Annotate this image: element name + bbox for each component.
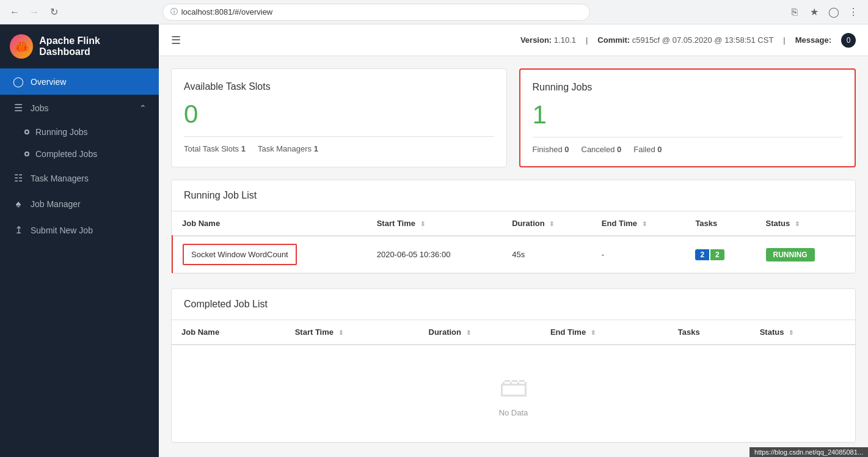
sidebar-jobs-label: Jobs (31, 103, 49, 113)
app-layout: 🦀 Apache Flink Dashboard ◯ Overview ☰ Jo… (0, 24, 868, 457)
failed-info: Failed 0 (633, 145, 662, 154)
sidebar: 🦀 Apache Flink Dashboard ◯ Overview ☰ Jo… (0, 24, 159, 457)
running-job-header-row: Job Name Start Time ⇕ Duration ⇕ (172, 211, 855, 236)
menu-button[interactable]: ⋮ (846, 5, 861, 20)
topbar: ☰ Version: 1.10.1 | Commit: c5915cf @ 07… (159, 24, 868, 56)
table-row[interactable]: Socket Window WordCount 2020-06-05 10:36… (172, 236, 855, 273)
col-ctasks-label: Tasks (678, 327, 700, 337)
total-task-slots-value: 1 (241, 144, 246, 153)
running-jobs-footer: Finished 0 Canceled 0 Failed 0 (533, 145, 843, 154)
running-job-table-wrapper: Job Name Start Time ⇕ Duration ⇕ (172, 211, 855, 273)
running-jobs-title: Running Jobs (533, 82, 843, 93)
profile-button[interactable]: ◯ (826, 5, 841, 20)
col-cstatus-label: Status (760, 327, 784, 337)
status-bar-url: https://blog.csdn.net/qq_24085081... (754, 448, 863, 456)
topbar-info: Version: 1.10.1 | Commit: c5915cf @ 07.0… (520, 33, 856, 48)
submit-icon: ↥ (12, 224, 24, 236)
task-slots-card: Available Task Slots 0 Total Task Slots … (171, 68, 507, 167)
task-slots-divider (184, 136, 494, 137)
finished-value: 0 (564, 145, 569, 154)
menu-icon[interactable]: ☰ (171, 34, 181, 47)
sidebar-item-completed-jobs[interactable]: Completed Jobs (0, 143, 159, 165)
cstart-time-sort-icon: ⇕ (338, 329, 343, 336)
failed-label: Failed (633, 145, 655, 154)
cast-button[interactable]: ⎘ (787, 5, 802, 20)
job-manager-label: Job Manager (31, 199, 81, 209)
job-manager-icon: ♠ (12, 199, 24, 210)
col-cjob-name-label: Job Name (181, 327, 219, 337)
sidebar-header: 🦀 Apache Flink Dashboard (0, 24, 159, 68)
app-logo: 🦀 (10, 34, 33, 59)
col-cstart-time-label: Start Time (295, 327, 334, 337)
topbar-divider1: | (586, 35, 588, 45)
running-jobs-card: Running Jobs 1 Finished 0 Canceled 0 (519, 68, 856, 167)
running-dot-icon (24, 130, 29, 134)
task-managers-label: Task Managers (31, 174, 89, 183)
task-slots-value: 0 (184, 100, 494, 129)
sidebar-item-running-jobs[interactable]: Running Jobs (0, 121, 159, 143)
completed-job-tbody: 🗃 No Data (172, 345, 855, 442)
col-job-name: Job Name (172, 211, 367, 236)
no-data-label: No Data (499, 408, 528, 417)
cduration-sort-icon: ⇕ (466, 329, 471, 336)
message-badge: 0 (841, 33, 856, 48)
finished-info: Finished 0 (533, 145, 569, 154)
sidebar-item-task-managers[interactable]: ☷ Task Managers (0, 165, 159, 191)
col-cstart-time[interactable]: Start Time ⇕ (285, 320, 419, 345)
overview-icon: ◯ (12, 76, 24, 87)
canceled-label: Canceled (582, 145, 615, 154)
topbar-divider2: | (783, 35, 785, 45)
no-data-icon: 🗃 (196, 370, 831, 403)
failed-value: 0 (657, 145, 662, 154)
col-cstatus[interactable]: Status ⇕ (750, 320, 855, 345)
sidebar-item-job-manager[interactable]: ♠ Job Manager (0, 191, 159, 217)
job-name-value: Socket Window WordCount (183, 244, 297, 265)
forward-button[interactable]: → (27, 5, 42, 20)
running-job-list-section: Running Job List Job Name Start Time (171, 180, 856, 274)
running-job-list-title: Running Job List (184, 190, 257, 200)
cend-time-sort-icon: ⇕ (591, 329, 596, 336)
task-managers-info: Task Managers 1 (258, 144, 318, 153)
no-data-cell: 🗃 No Data (172, 345, 855, 442)
cell-duration: 45s (502, 236, 592, 273)
col-status-label: Status (766, 219, 790, 228)
sidebar-item-jobs[interactable]: ☰ Jobs ⌃ (0, 95, 159, 121)
col-duration-label: Duration (512, 219, 544, 228)
sidebar-item-submit-new-job[interactable]: ↥ Submit New Job (0, 217, 159, 243)
sidebar-item-overview[interactable]: ◯ Overview (0, 68, 159, 95)
version-label: Version: (520, 35, 552, 45)
url-text: localhost:8081/#/overview (181, 7, 273, 16)
cell-tasks: 2 2 (685, 236, 756, 273)
duration-sort-icon: ⇕ (549, 221, 554, 227)
cstatus-sort-icon: ⇕ (789, 329, 793, 336)
completed-job-table-wrapper: Job Name Start Time ⇕ Duration ⇕ (172, 320, 855, 442)
bookmark-button[interactable]: ★ (807, 5, 822, 20)
completed-job-thead: Job Name Start Time ⇕ Duration ⇕ (172, 320, 855, 345)
jobs-icon: ☰ (12, 102, 24, 114)
task-count-total: 2 (710, 249, 724, 260)
col-duration[interactable]: Duration ⇕ (502, 211, 592, 236)
no-data-row: 🗃 No Data (172, 345, 855, 442)
task-managers-label2: Task Managers (258, 144, 312, 153)
status-bar: https://blog.csdn.net/qq_24085081... (749, 447, 868, 457)
task-managers-icon: ☷ (12, 172, 24, 184)
completed-dot-icon (24, 152, 29, 156)
col-end-time[interactable]: End Time ⇕ (592, 211, 686, 236)
col-start-time[interactable]: Start Time ⇕ (367, 211, 503, 236)
address-bar[interactable]: ⓘ localhost:8081/#/overview (162, 4, 590, 21)
reload-button[interactable]: ↻ (46, 5, 61, 20)
version-value: 1.10.1 (554, 35, 576, 45)
back-button[interactable]: ← (7, 5, 22, 20)
completed-job-table: Job Name Start Time ⇕ Duration ⇕ (172, 320, 855, 442)
col-cduration[interactable]: Duration ⇕ (419, 320, 541, 345)
completed-job-list-header: Completed Job List (172, 289, 855, 320)
submit-new-job-label: Submit New Job (31, 225, 93, 235)
message-info: Message: (795, 35, 831, 45)
completed-job-list-title: Completed Job List (184, 299, 268, 309)
completed-job-list-section: Completed Job List Job Name Start Ti (171, 288, 856, 443)
commit-info: Commit: c5915cf @ 07.05.2020 @ 13:58:51 … (597, 35, 773, 45)
col-status[interactable]: Status ⇕ (756, 211, 855, 236)
commit-value: c5915cf @ 07.05.2020 @ 13:58:51 CST (632, 35, 774, 45)
commit-label: Commit: (597, 35, 630, 45)
col-cend-time[interactable]: End Time ⇕ (541, 320, 668, 345)
